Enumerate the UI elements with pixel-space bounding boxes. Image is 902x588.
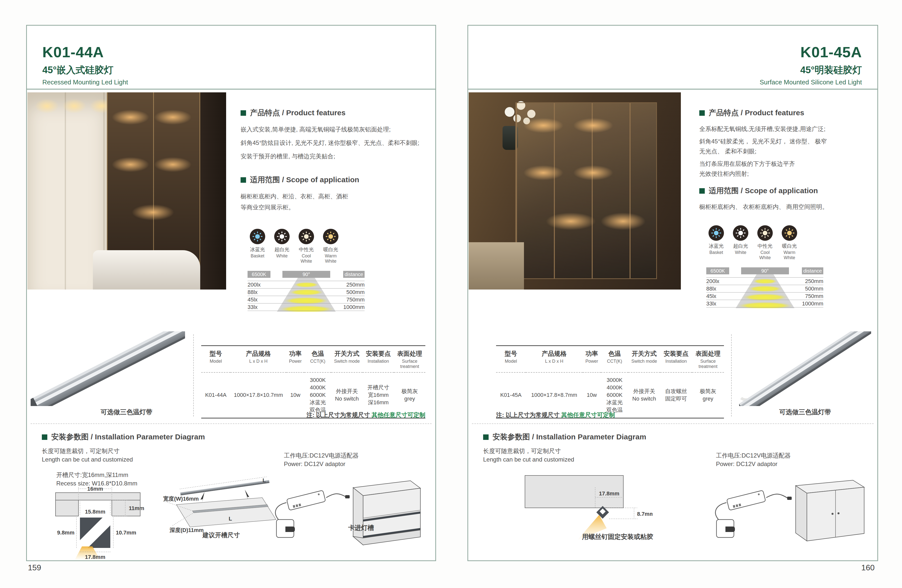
photo-shelf-glow [132,204,174,220]
distance-value: 750mm [346,296,365,303]
page-number-left: 159 [28,563,41,572]
spec-header: 开关方式Switch mode [331,346,363,373]
spec-table: 型号Model 产品规格L x D x H 功率Power 色温CCT(K) 开… [496,345,724,419]
green-square-bullet-icon [241,177,246,183]
feature-column: 产品特点 / Product features 嵌入式安装,简单便捷, 高端无氧… [241,108,425,314]
product-title-block: K01-44A 45°嵌入式硅胶灯 Recessed Mounting Led … [42,44,128,86]
svg-text:L: L [263,477,266,483]
photo-shelf-glow [523,118,563,133]
light-label-en: Basket [706,250,726,255]
cct-chip: 6500K [706,267,729,274]
photo-shelf-glow [154,110,191,125]
light-label-en: Warm White [780,250,799,260]
light-label-cn: 冰蓝光 [247,246,268,253]
note-prefix: 注: 以上尺寸为常规尺寸 [496,411,561,418]
svg-text:9.8mm: 9.8mm [57,530,74,536]
light-label-en: Cool White [296,253,316,264]
power-adaptor-cabinet-diagram [711,470,865,550]
header-rule [468,89,877,89]
spec-header: 表面处理Surface treatment [394,346,425,373]
photo-spot-light [35,99,59,113]
feature-line: 嵌入式安装,简单便捷, 高端无氧铜端子线极简灰铝面处理; [241,124,425,135]
groove-board-diagram: L 宽度(W)16mm 深度(D)11mm L [163,477,280,536]
customization-note: 注: 以上尺寸为常规尺寸 其他任意尺寸可定制 [201,411,425,419]
distance-value: 1000mm [802,300,823,307]
light-option-cool-white: 中性光 Cool White [296,229,316,264]
spec-header: 型号Model [201,346,230,373]
lux-value: 33lx [247,304,257,310]
catalog-page-left: K01-44A 45°嵌入式硅胶灯 Recessed Mounting Led … [26,25,436,561]
beam-row: 33lx 1000mm [247,303,365,311]
features-heading-text: 产品特点 / Product features [709,108,804,118]
photo-dark-wall [200,92,226,289]
surface-mount-diagram: 17.8mm 8.7mm [518,472,653,542]
photo-floor [469,242,524,289]
aluminum-profile-image [739,332,871,406]
light-label-cn: 暖白光 [321,246,341,253]
aluminum-profile-image [31,332,185,406]
light-label-cn: 超白光 [272,246,292,253]
beam-row: 88lx 500mm [706,285,823,292]
spec-header: 开关方式Switch mode [628,346,660,373]
photo-bed [93,250,200,289]
light-option-cool-white: 中性光 Cool White [755,225,775,260]
light-color-options: 冰蓝光 Basket 超白光 White 中性光 Cool White 暖白光 … [247,229,425,264]
light-option-warm-white: 暖白光 Warm White [321,229,341,264]
beam-angle-chip: 90° [282,271,330,278]
light-label-en: White [272,253,292,259]
scope-line: 橱柜柜底柜内、柜沿、衣柜、高柜、酒柜 [241,191,425,202]
light-option-white: 超白光 White [272,229,292,264]
spec-header: 产品规格L x D x H [230,346,287,373]
dashed-divider [472,424,874,424]
svg-text:L: L [229,516,232,522]
light-label-en: Basket [247,253,268,259]
distance-chip: distance [802,267,823,274]
distance-value: 1000mm [343,303,365,311]
cool-white-light-icon [757,225,773,241]
white-light-icon [733,225,749,241]
ice-blue-light-icon [708,225,724,241]
scope-heading-text: 适用范围 / Scope of application [709,186,818,196]
note-highlight: 其他任意尺寸可定制 [561,411,615,418]
customization-note: 注: 以上尺寸为常规尺寸 其他任意尺寸可定制 [496,411,724,419]
feature-line: 斜角45°硅胶柔光， 见光不见灯， 迷你型、 极窄 [699,136,867,146]
features-section-heading: 产品特点 / Product features [699,108,867,118]
length-note: 长度可随意裁切，可定制尺寸Length can be cut and custo… [483,447,574,464]
beam-baseline [247,311,365,311]
length-note: 长度可随意裁切，可定制尺寸Length can be cut and custo… [42,447,133,464]
features-section-heading: 产品特点 / Product features [241,108,425,118]
product-title-en: Recessed Mounting Led Light [42,78,128,86]
photo-shelf-glow [112,110,149,125]
ice-blue-light-icon [250,229,265,244]
header-rule [27,89,435,89]
photo-shelf-glow [573,118,613,133]
spec-header: 功率Power [583,346,601,373]
beam-row: 88lx 500mm [247,288,365,296]
cct-chip: 6500K [247,271,271,278]
beam-row: 200lx 250mm [706,277,823,285]
feature-line: 斜角45°防炫目设计, 见光不见灯, 迷你型极窄、无光点、柔和不刺眼; [241,138,425,149]
light-option-ice-blue: 冰蓝光 Basket [247,229,268,264]
svg-text:8.7mm: 8.7mm [637,511,653,517]
distance-value: 750mm [805,292,823,300]
scope-section-heading: 适用范围 / Scope of application [241,175,425,185]
green-square-bullet-icon [483,435,489,440]
lux-value: 45lx [247,297,257,303]
feature-column: 产品特点 / Product features 全系标配无氧铜线,无须开槽,安装… [699,108,867,310]
features-heading-text: 产品特点 / Product features [250,108,345,118]
spec-header: 型号Model [496,346,526,373]
lux-value: 88lx [706,286,716,292]
recess-cross-section-diagram: 16mm 11mm 15.8mm 9.8mm 10.7mm 17.8mm [50,486,158,560]
svg-text:17.8mm: 17.8mm [599,490,619,497]
cabinet-caption: 卡进灯槽 [348,524,374,532]
light-label-cn: 冰蓝光 [706,243,726,249]
installation-heading-text: 安装参数图 / Installation Parameter Diagram [51,432,205,442]
vertical-dashed-divider [193,334,194,416]
light-option-white: 超白光 White [731,225,750,260]
distance-value: 250mm [805,278,823,285]
product-title-block: K01-45A 45°明装硅胶灯 Surface Mounted Silicon… [760,44,862,86]
svg-text:10.7mm: 10.7mm [116,530,136,536]
photo-shelf-glow [112,157,149,172]
product-model: K01-45A [760,44,862,61]
spec-table: 型号Model 产品规格L x D x H 功率Power 色温CCT(K) 开… [201,345,425,419]
